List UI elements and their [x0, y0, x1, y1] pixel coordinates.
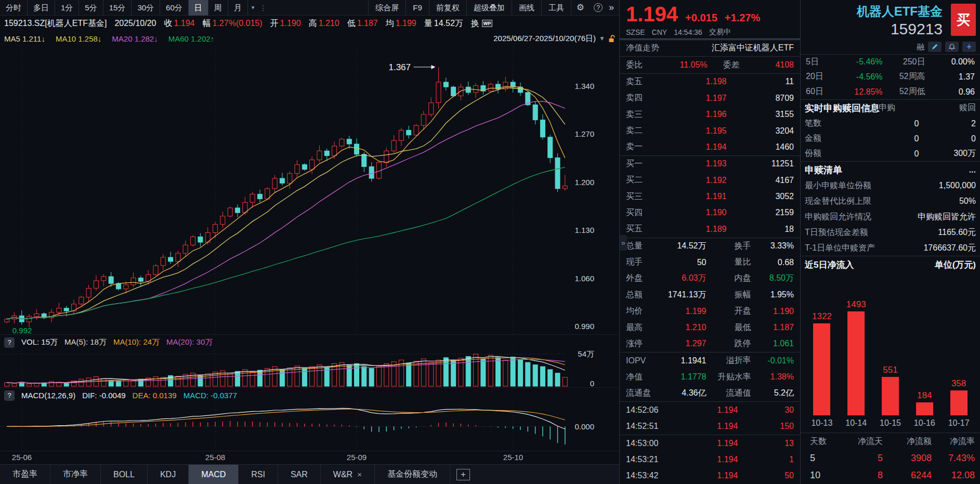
time-axis: 25-0625-0825-0925-10: [0, 451, 619, 464]
indicator-tab-4[interactable]: MACD: [189, 465, 239, 484]
tracking-index-name: 汇添富中证机器人ETF: [678, 43, 794, 54]
ma10-line: [7, 88, 565, 319]
netflow-bar-value: 358: [951, 378, 966, 389]
menu-item-1[interactable]: F9: [406, 0, 429, 16]
time-axis-label-3: 25-10: [503, 453, 523, 462]
indicator-tab-2[interactable]: BOLL: [101, 465, 148, 484]
macd-pane-header: ?MACD(12,26,9)DIF: -0.0049DEA: 0.0139MAC…: [0, 387, 619, 403]
macd-chart[interactable]: 0.000: [0, 403, 619, 451]
netflow-bar-3: 184: [907, 390, 942, 415]
volume-chart[interactable]: 54万0: [0, 350, 619, 387]
realtime-redeem-value: 0: [919, 134, 976, 143]
add-watchlist-icon[interactable]: +: [962, 42, 976, 52]
bid-row-0[interactable]: 买一1.19311251: [620, 155, 800, 172]
book-volume: 3052: [727, 192, 794, 201]
indicator-tab-label: 市盈率: [12, 469, 37, 480]
settings-gear-icon[interactable]: ⚙: [571, 0, 590, 16]
more-chevron-icon[interactable]: »: [607, 2, 619, 13]
help-icon[interactable]: ?: [594, 3, 603, 12]
period-tab-6[interactable]: 60分: [160, 0, 189, 16]
ask-row-2[interactable]: 卖三1.1963155: [620, 107, 800, 123]
stat-label: 最高: [626, 322, 663, 333]
info-field-6: 量14.52万: [424, 18, 463, 29]
indicator-tab-7[interactable]: W&R×: [321, 465, 375, 484]
date-range-control[interactable]: 2025/06/27-2025/10/20(76日) ▼: [493, 34, 615, 44]
perf-value: -5.46%: [833, 57, 883, 67]
period-tab-0[interactable]: 分时: [0, 0, 28, 16]
indicator-tab-0[interactable]: 市盈率: [0, 465, 50, 484]
netflow-x-labels: 10-1310-1410-1510-1610-17: [801, 418, 980, 433]
vol-axis-zero: 0: [590, 379, 594, 388]
indicator-tab-label: MACD: [201, 470, 226, 479]
bid-row-2[interactable]: 买三1.1913052: [620, 188, 800, 204]
bid-row-1[interactable]: 买二1.1924167: [620, 172, 800, 188]
perf-label: 250日: [883, 57, 925, 68]
flow-cell: 5: [838, 453, 883, 464]
ma-legend-2: MA20 1.282↓: [112, 34, 158, 43]
bid-row-3[interactable]: 买四1.1902159: [620, 205, 800, 221]
indicator-tab-8[interactable]: 基金份额变动: [375, 465, 450, 484]
vol-help-icon[interactable]: ?: [4, 337, 15, 348]
menu-item-2[interactable]: 前复权: [429, 0, 466, 16]
currency-label: CNY: [652, 28, 668, 36]
add-indicator-button[interactable]: +: [456, 469, 470, 480]
indicator-tab-3[interactable]: KDJ: [148, 465, 189, 484]
close-tab-icon[interactable]: ×: [357, 470, 362, 479]
ask-row-4[interactable]: 卖一1.1941460: [620, 139, 800, 155]
macd-help-icon[interactable]: ?: [4, 390, 15, 401]
netflow-bar-rect: [950, 390, 968, 415]
price-change-pct: +1.27%: [725, 12, 760, 24]
menu-item-4[interactable]: 画线: [512, 0, 541, 16]
bid-row-4[interactable]: 买五1.18918: [620, 221, 800, 237]
info-field-7: 换WP: [471, 18, 493, 29]
flow-col-header: 天数: [806, 436, 838, 447]
realtime-subscribe-value: 0: [862, 149, 919, 159]
unlocked-padlock-icon[interactable]: [608, 35, 615, 43]
indicator-tab-6[interactable]: SAR: [278, 465, 321, 484]
period-tab-1[interactable]: 多日: [28, 0, 55, 16]
alert-bell-icon[interactable]: [945, 42, 959, 52]
book-volume: 4167: [727, 176, 794, 185]
stat-label: IOPV: [626, 356, 663, 365]
dea-line: [7, 409, 565, 427]
period-tab-3[interactable]: 5分: [79, 0, 103, 16]
panel-collapse-icon[interactable]: »: [620, 235, 627, 251]
menu-item-5[interactable]: 工具: [541, 0, 571, 16]
perf-value: 12.85%: [833, 87, 883, 97]
period-dropdown-icon[interactable]: ▾: [248, 4, 258, 11]
date-range-dropdown-icon[interactable]: ▼: [599, 35, 605, 42]
indicator-tab-1[interactable]: 市净率: [50, 465, 101, 484]
info-field-label: 高: [309, 19, 317, 28]
book-volume: 11: [727, 77, 794, 86]
ask-row-0[interactable]: 卖五1.19811: [620, 73, 800, 90]
flow-table-row-0: 5539087.43%: [801, 450, 980, 467]
book-price: 1.192: [659, 176, 727, 185]
tick-row-4: 14:53:421.19450: [620, 468, 800, 484]
perf-label: 5日: [806, 57, 833, 68]
menu-item-3[interactable]: 超级叠加: [466, 0, 512, 16]
date-range-label: 2025/06/27-2025/10/20(76日): [493, 34, 596, 44]
netflow-bar-value: 184: [917, 390, 932, 401]
list-value: 申购赎回皆允许: [871, 212, 976, 223]
ask-row-3[interactable]: 卖二1.1953204: [620, 123, 800, 139]
menu-item-0[interactable]: 综合屏: [368, 0, 406, 16]
edit-pencil-icon[interactable]: [928, 42, 942, 52]
tick-volume: 1: [738, 455, 794, 464]
period-tab-8[interactable]: 周: [208, 0, 228, 16]
period-tab-7[interactable]: 日: [189, 0, 208, 16]
ask-row-1[interactable]: 卖四1.1978709: [620, 90, 800, 106]
indicator-tab-label: KDJ: [160, 470, 176, 479]
buy-button[interactable]: 买: [951, 4, 976, 36]
period-tab-9[interactable]: 月: [228, 0, 248, 16]
period-tab-4[interactable]: 15分: [103, 0, 132, 16]
toolbar-overflow-icon[interactable]: ⋮: [258, 4, 269, 12]
section-more-icon[interactable]: ...: [969, 165, 976, 175]
candlestick-chart[interactable]: 1.3670.9921.3401.2701.2001.1301.0600.990: [0, 46, 619, 334]
book-level-label: 卖五: [626, 76, 659, 87]
stat-row-9: 流通盘4.36亿流通值5.2亿: [620, 385, 800, 401]
book-price: 1.196: [659, 110, 727, 119]
indicator-tab-5[interactable]: RSI: [239, 465, 278, 484]
period-tab-2[interactable]: 1分: [55, 0, 79, 16]
quote-time: 14:54:36: [674, 28, 702, 36]
period-tab-5[interactable]: 30分: [132, 0, 160, 16]
